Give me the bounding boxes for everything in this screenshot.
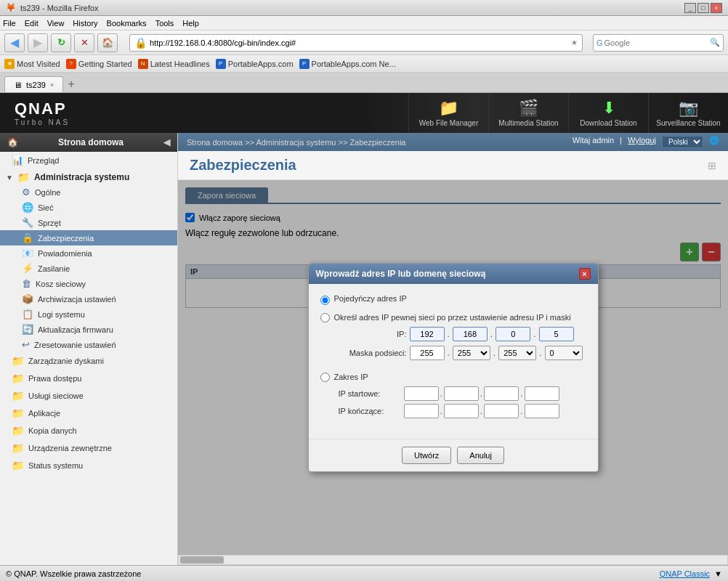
sidebar-item-network[interactable]: 🌐 Sieć bbox=[0, 200, 177, 215]
nav-download-station[interactable]: ⬇ Download Station bbox=[568, 93, 648, 133]
search-icon[interactable]: 🔍 bbox=[710, 38, 720, 47]
url-input[interactable] bbox=[150, 38, 568, 47]
tab-ts239[interactable]: 🖥 ts239 × bbox=[4, 76, 63, 92]
minimize-button[interactable]: _ bbox=[684, 3, 696, 13]
expand-icon[interactable]: ⊞ bbox=[708, 160, 716, 171]
nav-surveillance-station[interactable]: 📷 Surveillance Station bbox=[648, 93, 728, 133]
bookmark-getting-started[interactable]: ? Getting Started bbox=[66, 59, 132, 69]
mask-part-1[interactable] bbox=[410, 346, 445, 360]
logout-link[interactable]: Wyloguj bbox=[628, 136, 656, 148]
sidebar-collapse-button[interactable]: ◀ bbox=[163, 137, 170, 147]
search-input[interactable] bbox=[604, 38, 710, 47]
ip-start-2[interactable] bbox=[444, 386, 479, 401]
sidebar-item-backup-settings[interactable]: 📦 Archiwizacja ustawień bbox=[0, 291, 177, 306]
window-controls[interactable]: _ □ × bbox=[684, 3, 722, 13]
multimedia-icon: 🎬 bbox=[519, 99, 538, 118]
ip-part-3[interactable] bbox=[496, 327, 530, 341]
menu-tools[interactable]: Tools bbox=[155, 19, 174, 28]
content-area: Strona domowa >> Administracja systemu >… bbox=[178, 133, 728, 565]
menu-bookmarks[interactable]: Bookmarks bbox=[107, 19, 147, 28]
sidebar-item-notifications[interactable]: 📧 Powiadomienia bbox=[0, 245, 177, 261]
dialog-close-button[interactable]: × bbox=[579, 268, 591, 280]
bookmark-most-visited[interactable]: ★ Most Visited bbox=[4, 59, 60, 69]
mask-part-2-select[interactable]: 2550 bbox=[453, 346, 490, 360]
dialog-footer: Utwórz Anuluj bbox=[309, 439, 598, 471]
home-button[interactable]: 🏠 bbox=[97, 33, 118, 52]
sidebar-item-access-rights[interactable]: 📁 Prawa dostępu bbox=[0, 370, 177, 387]
back-button[interactable]: ◀ bbox=[4, 33, 25, 52]
forward-button[interactable]: ▶ bbox=[28, 33, 48, 52]
sidebar-item-network-services[interactable]: 📁 Usługi sieciowe bbox=[0, 387, 177, 405]
sidebar-item-hardware[interactable]: 🔧 Sprzęt bbox=[0, 215, 177, 230]
tab-close-button[interactable]: × bbox=[50, 81, 54, 89]
app-container: QNAP Turbo NAS 📁 Web File Manager 🎬 Mult… bbox=[0, 93, 728, 565]
ip-end-3[interactable] bbox=[484, 404, 519, 418]
ip-start-3[interactable] bbox=[484, 386, 519, 401]
menu-history[interactable]: History bbox=[73, 19, 97, 28]
cancel-button[interactable]: Anuluj bbox=[457, 447, 504, 464]
sidebar-item-power[interactable]: ⚡ Zasilanie bbox=[0, 261, 177, 276]
ip-range-option: Zakres IP IP startowe: . . bbox=[320, 372, 586, 421]
menu-edit[interactable]: Edit bbox=[25, 19, 39, 28]
mask-part-4-select[interactable]: 0255 bbox=[545, 346, 583, 360]
language-selector[interactable]: Polski bbox=[662, 136, 703, 148]
ip-part-1[interactable] bbox=[410, 327, 445, 341]
sidebar-item-logs[interactable]: 📋 Logi systemu bbox=[0, 306, 177, 322]
scrollbar-thumb[interactable] bbox=[180, 556, 224, 564]
sidebar-item-label: Usługi sieciowe bbox=[28, 391, 84, 400]
url-bar[interactable]: 🔒 ★ bbox=[129, 34, 583, 52]
sidebar-header-label: Strona domowa bbox=[58, 137, 124, 147]
ip-end-1[interactable] bbox=[404, 404, 439, 418]
bookmark-portableapps2[interactable]: P PortableApps.com Ne... bbox=[299, 59, 396, 69]
sidebar-item-system-status[interactable]: 📁 Status systemu bbox=[0, 457, 177, 474]
content-body: Zapora sieciowa Włącz zaporę sieciową Wł… bbox=[178, 180, 728, 555]
sidebar-item-firmware[interactable]: 🔄 Aktualizacja firmwaru bbox=[0, 322, 177, 337]
ip-part-2[interactable] bbox=[453, 327, 488, 341]
close-button[interactable]: × bbox=[711, 3, 722, 13]
ip-start-4[interactable] bbox=[525, 386, 559, 401]
sidebar-section-admin[interactable]: ▼ 📁 Administracja systemu bbox=[0, 168, 177, 184]
ok-button[interactable]: Utwórz bbox=[402, 447, 451, 464]
ip-end-2[interactable] bbox=[444, 404, 479, 418]
new-tab-button[interactable]: + bbox=[63, 76, 79, 92]
bookmark-portableapps[interactable]: P PortableApps.com bbox=[216, 59, 294, 69]
sidebar-item-external-devices[interactable]: 📁 Urządzenia zewnętrzne bbox=[0, 439, 177, 457]
bookmarks-bar: ★ Most Visited ? Getting Started N Lates… bbox=[0, 55, 728, 73]
sidebar-item-overview[interactable]: 📊 Przegląd bbox=[0, 152, 177, 168]
menu-view[interactable]: View bbox=[47, 19, 65, 28]
reload-button[interactable]: ↻ bbox=[51, 33, 71, 52]
bookmark-latest-headlines[interactable]: N Latest Headlines bbox=[138, 59, 210, 69]
notifications-icon: 📧 bbox=[22, 248, 33, 259]
ip-start-1[interactable] bbox=[404, 386, 439, 401]
ip-range-radio[interactable] bbox=[320, 373, 330, 382]
dialog-title: Wprowadź adres IP lub domenę sieciową bbox=[316, 269, 486, 279]
tab-icon: 🖥 bbox=[14, 81, 22, 89]
power-icon: ⚡ bbox=[22, 263, 33, 274]
nav-web-file-manager[interactable]: 📁 Web File Manager bbox=[408, 93, 488, 133]
sidebar-item-reset[interactable]: ↩ Zresetowanie ustawień bbox=[0, 337, 177, 352]
nav-multimedia-station[interactable]: 🎬 Multimedia Station bbox=[488, 93, 568, 133]
recycle-icon: 🗑 bbox=[22, 278, 31, 289]
single-ip-radio[interactable] bbox=[320, 296, 330, 305]
menu-help[interactable]: Help bbox=[182, 19, 199, 28]
network-mask-radio[interactable] bbox=[320, 313, 330, 322]
horizontal-scrollbar[interactable] bbox=[178, 555, 728, 565]
getting-started-icon: ? bbox=[66, 59, 76, 69]
most-visited-icon: ★ bbox=[4, 59, 15, 69]
menu-file[interactable]: File bbox=[3, 19, 16, 28]
stop-button[interactable]: ✕ bbox=[74, 33, 94, 52]
sidebar-item-backup[interactable]: 📁 Kopia danych bbox=[0, 422, 177, 439]
mask-part-3-select[interactable]: 2550 bbox=[498, 346, 536, 360]
ip-end-4[interactable] bbox=[525, 404, 559, 418]
sidebar-item-security[interactable]: 🔒 Zabezpieczenia bbox=[0, 230, 177, 245]
sidebar-item-disk-management[interactable]: 📁 Zarządzanie dyskami bbox=[0, 352, 177, 370]
qnap-classic-link[interactable]: QNAP Classic bbox=[660, 569, 710, 578]
sidebar-item-apps[interactable]: 📁 Aplikacje bbox=[0, 405, 177, 422]
search-box[interactable]: G 🔍 bbox=[593, 34, 724, 52]
ip-part-4[interactable] bbox=[539, 327, 574, 341]
maximize-button[interactable]: □ bbox=[697, 3, 709, 13]
page-title: Zabezpieczenia bbox=[190, 157, 296, 174]
sidebar-item-recycle[interactable]: 🗑 Kosz sieciowy bbox=[0, 276, 177, 291]
dropdown-arrow-icon[interactable]: ▼ bbox=[714, 569, 722, 578]
sidebar-item-general[interactable]: ⚙ Ogólne bbox=[0, 184, 177, 200]
